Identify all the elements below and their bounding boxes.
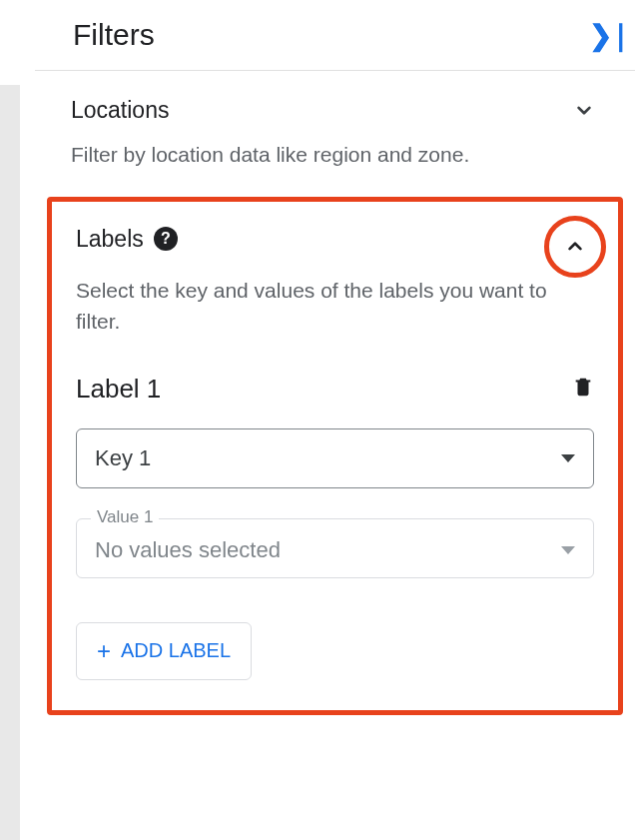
labels-description: Select the key and values of the labels … bbox=[76, 275, 594, 338]
labels-title: Labels bbox=[76, 226, 144, 253]
trash-icon bbox=[572, 374, 594, 400]
value-field-label: Value 1 bbox=[91, 507, 159, 527]
value-select[interactable]: Value 1 No values selected bbox=[76, 518, 594, 578]
chevron-up-icon[interactable] bbox=[560, 232, 590, 262]
label-item-title: Label 1 bbox=[76, 374, 161, 405]
left-sidebar-indicator bbox=[0, 85, 20, 840]
dropdown-arrow-icon bbox=[561, 546, 575, 554]
collapse-panel-icon[interactable]: ❯❘ bbox=[589, 19, 629, 52]
locations-title: Locations bbox=[71, 97, 169, 124]
delete-label-button[interactable] bbox=[572, 374, 594, 404]
locations-description: Filter by location data like region and … bbox=[71, 139, 599, 171]
key-select-value: Key 1 bbox=[95, 445, 151, 471]
key-select[interactable]: Key 1 bbox=[76, 428, 594, 488]
labels-section-highlight: Labels ? Select the key and values of th… bbox=[47, 197, 623, 715]
add-label-button[interactable]: + ADD LABEL bbox=[76, 622, 252, 680]
value-select-placeholder: No values selected bbox=[95, 537, 281, 563]
filters-header: Filters ❯❘ bbox=[35, 0, 635, 71]
panel-title: Filters bbox=[73, 18, 155, 52]
dropdown-arrow-icon bbox=[561, 454, 575, 462]
chevron-down-icon[interactable] bbox=[569, 95, 599, 125]
plus-icon: + bbox=[97, 637, 111, 665]
help-icon[interactable]: ? bbox=[154, 227, 178, 251]
add-label-text: ADD LABEL bbox=[121, 639, 231, 662]
locations-section: Locations Filter by location data like r… bbox=[35, 71, 635, 189]
chevron-up-highlight bbox=[544, 216, 606, 278]
